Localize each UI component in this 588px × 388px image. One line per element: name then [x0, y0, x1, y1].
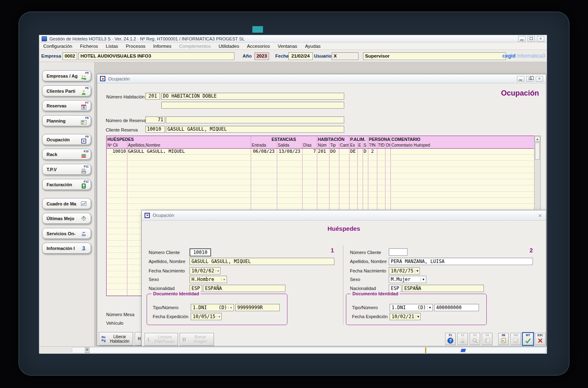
- table-cell[interactable]: [377, 197, 385, 203]
- table-cell[interactable]: [107, 216, 127, 222]
- table-cell[interactable]: [317, 167, 329, 173]
- table-cell[interactable]: [368, 173, 377, 179]
- table-cell[interactable]: [363, 185, 368, 191]
- table-cell[interactable]: [385, 173, 390, 179]
- button-esc[interactable]: ESC: [535, 333, 546, 345]
- table-cell[interactable]: [251, 154, 277, 161]
- table-cell[interactable]: [317, 185, 329, 191]
- table-cell[interactable]: 10010: [107, 148, 127, 154]
- table-cell[interactable]: [368, 167, 377, 173]
- button-f3[interactable]: F3: [470, 333, 480, 345]
- table-cell[interactable]: [107, 222, 127, 228]
- table-cell[interactable]: [349, 185, 357, 191]
- button-int[interactable]: INT: [523, 333, 533, 345]
- table-cell[interactable]: 7: [302, 148, 317, 154]
- table-cell[interactable]: [377, 179, 385, 185]
- button-f2[interactable]: F2: [457, 333, 468, 345]
- table-cell[interactable]: [349, 167, 357, 173]
- table-cell[interactable]: [385, 148, 390, 154]
- table-cell[interactable]: [385, 167, 390, 173]
- button-lectura-dni-pasap[interactable]: LLectura DNI/Pasap.: [145, 333, 178, 346]
- table-cell[interactable]: [107, 252, 127, 259]
- table-cell[interactable]: [339, 203, 349, 210]
- minimize-icon[interactable]: [518, 36, 526, 42]
- table-cell[interactable]: [339, 185, 349, 191]
- table-cell[interactable]: [251, 173, 277, 179]
- table-cell[interactable]: [107, 265, 127, 271]
- guest2-numero-field[interactable]: [389, 248, 408, 256]
- table-cell[interactable]: [251, 191, 277, 197]
- table-cell[interactable]: [127, 161, 251, 167]
- table-cell[interactable]: [107, 203, 127, 210]
- table-cell[interactable]: [390, 185, 535, 191]
- table-cell[interactable]: [107, 167, 127, 173]
- table-cell[interactable]: [390, 197, 535, 203]
- close-icon[interactable]: ×: [537, 36, 544, 42]
- sidebar-item-cuadro-de-ma[interactable]: Cuadro de Ma: [42, 198, 91, 209]
- table-cell[interactable]: [349, 191, 357, 197]
- table-cell[interactable]: [107, 191, 127, 197]
- table-empty-row[interactable]: [107, 173, 535, 179]
- table-cell[interactable]: 06/08/23: [251, 148, 277, 154]
- scroll-up-icon[interactable]: ▲: [535, 136, 540, 142]
- table-cell[interactable]: [277, 179, 302, 185]
- table-cell[interactable]: [390, 179, 535, 185]
- menu-utilidades[interactable]: Utilidades: [218, 44, 239, 49]
- table-empty-row[interactable]: [107, 179, 535, 185]
- menu-complementos[interactable]: Complementos: [179, 44, 211, 49]
- table-cell[interactable]: [385, 191, 390, 197]
- table-cell[interactable]: [377, 161, 385, 167]
- usuario-code-field[interactable]: X: [332, 52, 359, 60]
- table-cell[interactable]: [363, 154, 368, 161]
- num-reserva-field[interactable]: 71: [145, 116, 165, 123]
- table-cell[interactable]: [363, 167, 368, 173]
- table-cell[interactable]: [349, 179, 357, 185]
- table-cell[interactable]: [107, 197, 127, 203]
- menu-ficheros[interactable]: Ficheros: [80, 44, 98, 49]
- menu-ventanas[interactable]: Ventanas: [278, 44, 297, 49]
- table-cell[interactable]: [127, 179, 251, 185]
- table-cell[interactable]: [329, 203, 339, 210]
- button-f4[interactable]: F4: [482, 333, 492, 345]
- guest2-fnac-combo[interactable]: 10/02/75 ▼: [389, 267, 420, 274]
- guest1-apellidos-field[interactable]: GASULL GASULL, MIQUEL: [189, 258, 334, 265]
- table-cell[interactable]: [357, 148, 363, 154]
- sidebar-item-empresas-ag[interactable]: Empresas / AgF5: [42, 70, 91, 81]
- table-cell[interactable]: [107, 161, 127, 167]
- table-cell[interactable]: [368, 179, 377, 185]
- table-cell[interactable]: [329, 191, 339, 197]
- empresa-name-field[interactable]: HOTEL AUDIOVISUALES INFO3: [78, 52, 234, 60]
- guest1-doc-numero-field[interactable]: 99999999R: [235, 304, 280, 311]
- table-cell[interactable]: [329, 167, 339, 173]
- table-cell[interactable]: [385, 161, 390, 167]
- table-cell[interactable]: [390, 167, 535, 173]
- sidebar-item-facturacion[interactable]: FacturaciónF12: [42, 179, 91, 190]
- table-cell[interactable]: [357, 203, 363, 210]
- table-cell[interactable]: [363, 197, 368, 203]
- table-cell[interactable]: [357, 167, 363, 173]
- table-cell[interactable]: [339, 173, 349, 179]
- table-cell[interactable]: [107, 173, 127, 179]
- table-cell[interactable]: [339, 148, 349, 154]
- table-cell[interactable]: [385, 197, 390, 203]
- table-cell[interactable]: [339, 161, 349, 167]
- table-cell[interactable]: [127, 185, 251, 191]
- table-cell[interactable]: [377, 154, 385, 161]
- table-cell[interactable]: [302, 197, 317, 203]
- table-cell[interactable]: [329, 161, 339, 167]
- table-cell[interactable]: [368, 197, 377, 203]
- guest1-tipo-combo[interactable]: 1.DNI (D) ▼: [191, 304, 234, 311]
- guest2-sexo-combo[interactable]: M.Mujer ▼: [389, 276, 426, 283]
- table-cell[interactable]: [390, 161, 535, 167]
- table-cell[interactable]: [368, 161, 377, 167]
- button-borrar-imagen[interactable]: BBorrar Imagen: [180, 333, 214, 346]
- table-cell[interactable]: [251, 185, 277, 191]
- table-cell[interactable]: [390, 148, 535, 154]
- table-cell[interactable]: [349, 173, 357, 179]
- habitacion-desc2-field[interactable]: [161, 102, 344, 109]
- table-cell[interactable]: [302, 179, 317, 185]
- table-cell[interactable]: [390, 173, 535, 179]
- table-cell[interactable]: [302, 185, 317, 191]
- table-cell[interactable]: [317, 161, 329, 167]
- table-cell[interactable]: [377, 185, 385, 191]
